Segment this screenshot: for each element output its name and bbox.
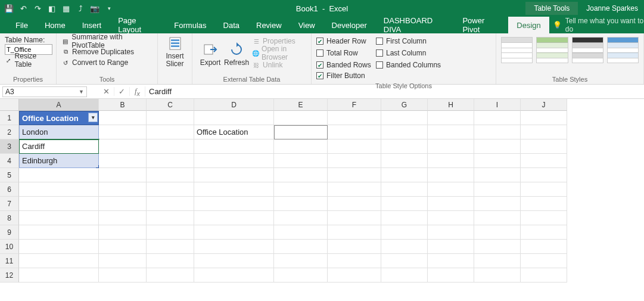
column-header[interactable]: B [99, 99, 147, 111]
checkbox-banded-rows[interactable]: ✔Banded Rows [316, 60, 376, 70]
cell[interactable] [381, 125, 428, 139]
cell[interactable] [147, 111, 194, 125]
table-style-thumb[interactable] [572, 37, 603, 63]
row-header[interactable]: 3 [0, 139, 19, 154]
column-header[interactable]: C [147, 99, 194, 111]
cell[interactable] [474, 182, 521, 197]
cell[interactable] [328, 111, 381, 125]
cell[interactable] [99, 125, 147, 139]
refresh-button[interactable]: Refresh [223, 36, 250, 73]
cell[interactable] [474, 154, 521, 168]
cell[interactable] [274, 211, 328, 225]
cell[interactable] [147, 154, 194, 168]
row-header[interactable]: 2 [0, 125, 19, 139]
tab-data[interactable]: Data [215, 17, 248, 33]
redo-icon[interactable]: ↷ [32, 3, 43, 14]
tab-view[interactable]: View [290, 17, 323, 33]
cell[interactable] [274, 168, 328, 182]
cell[interactable] [428, 168, 474, 182]
cell[interactable] [428, 125, 474, 139]
cell[interactable] [274, 254, 328, 268]
cell[interactable] [521, 268, 567, 283]
cell[interactable] [147, 125, 194, 139]
select-all-corner[interactable] [0, 99, 19, 111]
row-header[interactable]: 8 [0, 211, 19, 225]
formula-input[interactable]: Cardiff [145, 87, 644, 96]
cell[interactable] [474, 139, 521, 154]
summarize-pivot-button[interactable]: ▤Summarize with PivotTable [61, 36, 153, 46]
cell[interactable] [474, 125, 521, 139]
cell[interactable] [194, 254, 274, 268]
cell[interactable] [194, 225, 274, 240]
cell[interactable]: Cardiff [19, 139, 99, 154]
cell[interactable] [99, 254, 147, 268]
cell[interactable] [328, 211, 381, 225]
cell[interactable] [147, 182, 194, 197]
cell[interactable] [521, 197, 567, 211]
cell[interactable] [19, 225, 99, 240]
cell[interactable] [99, 182, 147, 197]
row-header[interactable]: 10 [0, 240, 19, 254]
cell[interactable] [521, 254, 567, 268]
cell[interactable] [274, 139, 328, 154]
cell[interactable] [381, 225, 428, 240]
cell[interactable] [99, 225, 147, 240]
accept-formula-button[interactable]: ✓ [114, 87, 130, 96]
cell[interactable] [474, 240, 521, 254]
cell[interactable] [381, 211, 428, 225]
resize-table-button[interactable]: ⤢ Resize Table [5, 55, 51, 66]
checkbox-total-row[interactable]: Total Row [316, 48, 376, 58]
cancel-formula-button[interactable]: ✕ [99, 87, 114, 96]
cell[interactable] [474, 168, 521, 182]
cell[interactable] [521, 211, 567, 225]
column-header[interactable]: J [521, 99, 567, 111]
fx-button[interactable]: fx [130, 86, 145, 97]
column-header[interactable]: I [474, 99, 521, 111]
cell[interactable] [147, 225, 194, 240]
cell[interactable] [474, 197, 521, 211]
tab-review[interactable]: Review [248, 17, 290, 33]
cell[interactable] [147, 168, 194, 182]
cell[interactable] [328, 154, 381, 168]
cell[interactable] [328, 139, 381, 154]
open-browser-button[interactable]: 🌐Open in Browser [252, 48, 306, 58]
row-header[interactable]: 7 [0, 197, 19, 211]
undo-icon[interactable]: ↶ [18, 3, 29, 14]
cell[interactable] [19, 182, 99, 197]
cell[interactable] [474, 211, 521, 225]
tell-me[interactable]: 💡 Tell me what you want to do [553, 17, 644, 33]
cell[interactable] [99, 111, 147, 125]
cell[interactable] [328, 225, 381, 240]
cell[interactable] [274, 154, 328, 168]
cell[interactable] [147, 211, 194, 225]
cell[interactable] [328, 182, 381, 197]
cell[interactable] [99, 139, 147, 154]
cell[interactable] [474, 111, 521, 125]
qat-dropdown-icon[interactable]: ▾ [104, 3, 114, 14]
cell[interactable] [521, 125, 567, 139]
cell[interactable] [328, 254, 381, 268]
column-header[interactable]: F [328, 99, 381, 111]
cell[interactable] [147, 197, 194, 211]
cell[interactable] [521, 139, 567, 154]
cell[interactable] [328, 125, 381, 139]
cell[interactable]: Office Location▾ [19, 111, 99, 125]
row-header[interactable]: 6 [0, 182, 19, 197]
row-header[interactable]: 11 [0, 254, 19, 268]
insert-slicer-button[interactable]: Insert Slicer [160, 36, 191, 68]
save-icon[interactable]: 💾 [4, 3, 14, 14]
table-style-thumb[interactable] [536, 37, 568, 63]
checkbox-first-column[interactable]: First Column [376, 36, 441, 46]
name-box[interactable]: A3 ▼ [2, 86, 87, 97]
cell[interactable] [381, 254, 428, 268]
cell[interactable] [194, 211, 274, 225]
cell[interactable] [381, 111, 428, 125]
cell[interactable] [521, 111, 567, 125]
user-name[interactable]: Joanne Sparkes [586, 4, 638, 13]
cell[interactable] [19, 240, 99, 254]
table-style-thumb[interactable] [501, 37, 533, 63]
cell[interactable] [99, 197, 147, 211]
checkbox-last-column[interactable]: Last Column [376, 48, 441, 58]
cell[interactable] [19, 197, 99, 211]
cell[interactable] [147, 139, 194, 154]
